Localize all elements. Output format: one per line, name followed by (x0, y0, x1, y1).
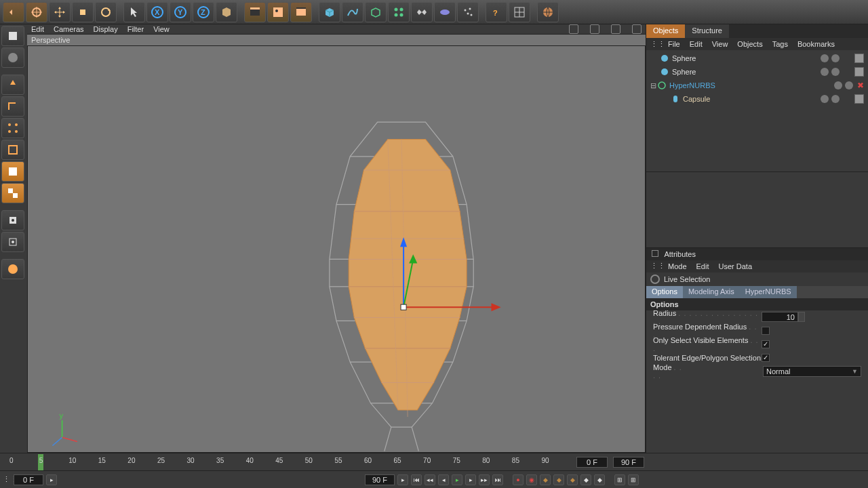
viewport-canvas[interactable]: y (27, 45, 646, 453)
grid2-icon[interactable]: ⊞ (628, 474, 639, 485)
axis-side-icon[interactable] (1, 96, 24, 117)
view-menu-cameras[interactable]: Cameras (54, 25, 84, 33)
radius-spinner[interactable] (798, 312, 805, 322)
goto-start-icon[interactable]: ⏮ (411, 474, 422, 485)
view-menu-display[interactable]: Display (94, 25, 118, 33)
key-pla-icon[interactable]: ◆ (580, 474, 591, 485)
scale-icon[interactable] (72, 2, 94, 22)
deformer-icon[interactable] (411, 2, 433, 22)
attr-tab-options[interactable]: Options (646, 286, 683, 298)
om-view[interactable]: View (712, 40, 728, 48)
frame-start-spin[interactable]: ▸ (46, 474, 57, 485)
tree-item-sphere2[interactable]: Sphere (672, 68, 819, 76)
tree-item-hypernurbs[interactable]: HyperNURBS (669, 81, 833, 89)
tag-icon[interactable] (854, 67, 864, 77)
disabled-icon[interactable]: ✖ (857, 81, 864, 90)
snap2-icon[interactable] (1, 232, 24, 252)
svg-rect-15 (273, 7, 283, 17)
goto-end-icon[interactable]: ⏭ (492, 474, 503, 485)
key-param-icon[interactable]: ◆ (594, 474, 605, 485)
am-userdata[interactable]: User Data (719, 262, 753, 270)
z-axis-icon[interactable]: Z (193, 2, 214, 22)
record-icon[interactable]: ● (513, 474, 524, 485)
am-mode[interactable]: Mode (668, 262, 687, 270)
workplane-icon[interactable] (1, 259, 24, 279)
om-file[interactable]: File (668, 40, 680, 48)
layout-icon[interactable] (509, 2, 530, 22)
y-axis-icon[interactable]: Y (170, 2, 191, 22)
cursor-icon[interactable] (123, 2, 145, 22)
timeline-ruler[interactable]: 0 5 10 15 20 25 30 35 40 45 50 55 60 65 … (3, 454, 571, 470)
spline-icon[interactable] (342, 2, 363, 22)
object-tree[interactable]: Sphere Sphere ⊟ HyperNURBS ✖ (646, 50, 868, 172)
tree-item-capsule[interactable]: Capsule (683, 95, 819, 103)
axis-up-icon[interactable] (1, 75, 24, 95)
primitive-cube-icon[interactable] (319, 2, 340, 22)
am-edit[interactable]: Edit (696, 262, 709, 270)
light-icon[interactable] (434, 2, 456, 22)
hud-zoom-icon[interactable] (590, 24, 599, 34)
polygon-mode-icon[interactable] (1, 161, 24, 182)
next-frame-icon[interactable]: ▸ (465, 474, 476, 485)
autokey-icon[interactable]: ◉ (526, 474, 537, 485)
rotate-icon[interactable] (95, 2, 117, 22)
texture-mode-icon[interactable] (1, 47, 24, 68)
render-icon[interactable] (244, 2, 266, 22)
snap-icon[interactable] (1, 210, 24, 230)
coord-icon[interactable] (216, 2, 237, 22)
picture-viewer-icon[interactable] (267, 2, 289, 22)
particles-icon[interactable] (457, 2, 479, 22)
timeline-end-field[interactable] (613, 457, 644, 468)
tolerant-checkbox[interactable] (762, 354, 770, 362)
help-icon[interactable]: ? (486, 2, 507, 22)
om-tags[interactable]: Tags (772, 40, 788, 48)
hud-max-icon[interactable] (632, 24, 642, 34)
prev-key-icon[interactable]: ◂◂ (425, 474, 435, 485)
play-icon[interactable]: ▸ (452, 474, 462, 485)
view-menu-view[interactable]: View (153, 25, 170, 33)
frame-end-field[interactable] (365, 474, 395, 485)
key-pos-icon[interactable]: ◆ (540, 474, 551, 485)
mode-dropdown[interactable]: Normal▼ (763, 366, 861, 377)
frame-end-spin[interactable]: ▸ (397, 474, 408, 485)
model-mode-icon[interactable] (1, 26, 24, 46)
point-mode-icon[interactable] (1, 118, 24, 138)
pressure-checkbox[interactable] (762, 327, 770, 335)
radius-label: Radius (653, 309, 676, 317)
nurbs-icon[interactable] (365, 2, 387, 22)
tag-icon[interactable] (854, 94, 864, 104)
edge-mode-icon[interactable] (1, 140, 24, 160)
view-menu-edit[interactable]: Edit (31, 25, 44, 33)
tab-objects[interactable]: Objects (646, 24, 685, 38)
hud-move-icon[interactable] (569, 24, 578, 34)
polygon-mode2-icon[interactable] (1, 183, 24, 203)
om-bookmarks[interactable]: Bookmarks (797, 40, 835, 48)
timeline[interactable]: 0 5 10 15 20 25 30 35 40 45 50 55 60 65 … (0, 453, 868, 470)
render-settings-icon[interactable] (290, 2, 312, 22)
view-menu-filter[interactable]: Filter (127, 25, 144, 33)
grid-icon[interactable]: ⊞ (614, 474, 625, 485)
live-select-icon[interactable] (26, 2, 47, 22)
attr-tab-hypernurbs[interactable]: HyperNURBS (740, 286, 797, 298)
expand-icon[interactable]: ⊟ (650, 81, 657, 90)
array-icon[interactable] (388, 2, 410, 22)
x-axis-icon[interactable]: X (146, 2, 168, 22)
tag-icon[interactable] (854, 54, 864, 63)
key-rot-icon[interactable]: ◆ (567, 474, 578, 485)
om-edit[interactable]: Edit (690, 40, 703, 48)
undo-icon[interactable] (3, 2, 24, 22)
tree-item-sphere1[interactable]: Sphere (672, 54, 819, 62)
prev-frame-icon[interactable]: ◂ (438, 474, 449, 485)
om-objects[interactable]: Objects (737, 40, 762, 48)
timeline-start-field[interactable] (576, 457, 608, 468)
hud-rotate-icon[interactable] (611, 24, 620, 34)
attr-tab-modeling[interactable]: Modeling Axis (683, 286, 740, 298)
tab-structure[interactable]: Structure (685, 24, 729, 38)
visible-checkbox[interactable] (762, 340, 770, 348)
browser-icon[interactable] (537, 2, 559, 22)
next-key-icon[interactable]: ▸▸ (479, 474, 490, 485)
radius-input[interactable] (762, 312, 798, 322)
key-scale-icon[interactable]: ◆ (553, 474, 564, 485)
move-icon[interactable] (49, 2, 71, 22)
frame-start-field[interactable] (14, 474, 43, 485)
